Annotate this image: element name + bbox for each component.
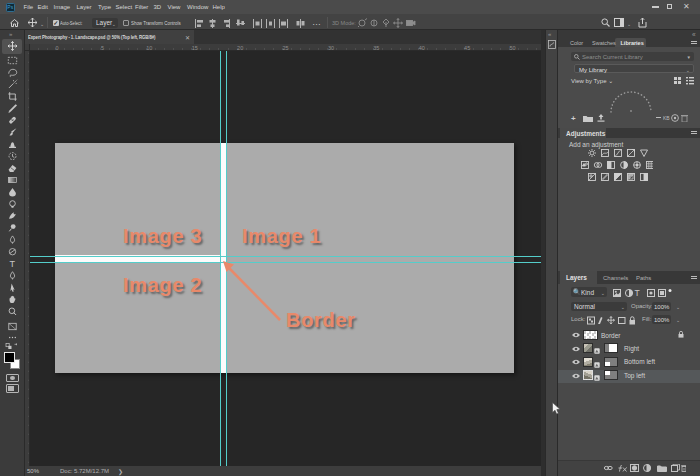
svg-text:T: T [9,259,15,269]
svg-text:T: T [635,289,640,297]
